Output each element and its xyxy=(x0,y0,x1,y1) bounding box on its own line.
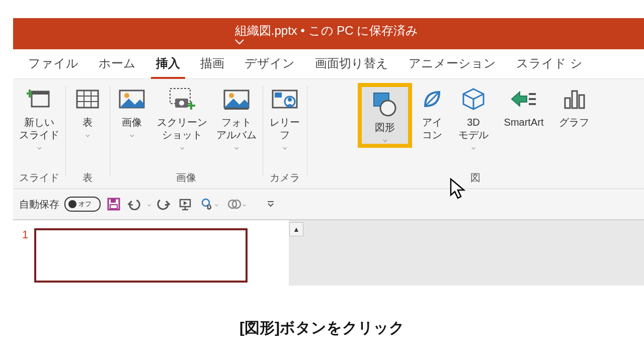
shapes-button[interactable]: 図形 ⌵ xyxy=(362,87,408,144)
customize-qat-button[interactable] xyxy=(263,196,279,212)
tab-insert[interactable]: 挿入 xyxy=(146,49,190,78)
chevron-down-icon: ⌵ xyxy=(180,143,184,150)
icons-button[interactable]: アイ コン xyxy=(413,83,451,141)
chevron-down-icon: ⌵ xyxy=(383,136,387,143)
group-label-tables: 表 xyxy=(83,171,93,186)
smartart-icon xyxy=(510,85,538,113)
chevron-down-icon: ⌵ xyxy=(37,143,41,150)
photo-album-icon xyxy=(222,85,251,113)
redo-button[interactable] xyxy=(156,196,172,212)
autosave-label: 自動保存 xyxy=(19,198,59,211)
new-slide-button[interactable]: 新しい スライド ⌵ xyxy=(16,83,62,150)
highlight-box: 図形 ⌵ xyxy=(358,83,412,148)
tab-file[interactable]: ファイル xyxy=(18,49,89,78)
svg-rect-32 xyxy=(111,199,116,203)
cube-icon xyxy=(459,85,488,113)
svg-rect-20 xyxy=(275,93,282,98)
chevron-down-icon: ⌵ xyxy=(86,131,90,138)
svg-point-17 xyxy=(229,93,234,98)
shapes-icon xyxy=(371,90,399,118)
instruction-caption: [図形]ボタンをクリック xyxy=(0,318,644,338)
chevron-down-icon: ⌵ xyxy=(234,143,238,150)
svg-rect-4 xyxy=(77,90,98,108)
svg-point-13 xyxy=(179,101,184,106)
powerpoint-window: 組織図.pptx • この PC に保存済み ファイル ホーム 挿入 描画 デザ… xyxy=(13,18,644,286)
svg-point-24 xyxy=(380,101,395,116)
svg-rect-28 xyxy=(565,98,570,108)
svg-rect-18 xyxy=(224,108,249,110)
leaf-icon xyxy=(418,85,446,113)
tab-home[interactable]: ホーム xyxy=(89,49,146,78)
chevron-down-icon: ⌵ xyxy=(471,143,475,150)
svg-rect-33 xyxy=(110,205,117,209)
svg-point-22 xyxy=(288,98,292,102)
slide-number: 1 xyxy=(22,228,28,286)
smartart-button[interactable]: SmartArt xyxy=(496,83,552,129)
table-button[interactable]: 表 ⌵ xyxy=(68,83,107,138)
group-label-images: 画像 xyxy=(176,171,196,186)
title-bar: 組織図.pptx • この PC に保存済み xyxy=(13,18,644,49)
svg-point-10 xyxy=(124,93,129,98)
quick-access-toolbar: 自動保存 オフ ⌵ ⌵ ⌵ xyxy=(13,189,644,220)
tab-draw[interactable]: 描画 xyxy=(190,49,234,78)
ribbon: 新しい スライド ⌵ スライド 表 ⌵ 表 xyxy=(13,79,644,189)
svg-rect-29 xyxy=(572,91,577,108)
tab-slideshow[interactable]: スライド シ xyxy=(506,49,593,78)
svg-rect-27 xyxy=(529,103,536,105)
new-slide-icon xyxy=(25,85,53,113)
scroll-up-button[interactable]: ▲ xyxy=(289,222,303,236)
chevron-down-icon[interactable] xyxy=(235,39,422,45)
cameo-button[interactable]: レリー フ ⌵ xyxy=(266,83,304,150)
overlap-button[interactable]: ⌵ xyxy=(225,196,248,212)
tab-transitions[interactable]: 画面切り替え xyxy=(305,49,398,78)
chevron-down-icon: ⌵ xyxy=(130,131,134,138)
pictures-button[interactable]: 画像 ⌵ xyxy=(113,83,151,138)
save-button[interactable] xyxy=(106,196,122,212)
group-label-illustrations: 図 xyxy=(470,171,480,186)
picture-icon xyxy=(118,85,146,113)
ribbon-tabs: ファイル ホーム 挿入 描画 デザイン 画面切り替え アニメーション スライド … xyxy=(13,49,644,79)
photo-album-button[interactable]: フォト アルバム ⌵ xyxy=(213,83,260,150)
slide-thumbnails-pane: 1 xyxy=(13,220,289,286)
table-icon xyxy=(73,85,102,113)
autosave-toggle[interactable]: オフ xyxy=(64,197,101,212)
slideshow-from-start-button[interactable] xyxy=(177,196,193,212)
svg-rect-26 xyxy=(529,98,536,100)
screenshot-button[interactable]: スクリーン ショット ⌵ xyxy=(154,83,210,150)
group-tables: 表 ⌵ 表 xyxy=(65,83,110,189)
tab-design[interactable]: デザイン xyxy=(234,49,305,78)
group-images: 画像 ⌵ スクリーン ショット ⌵ フォト アルバム ⌵ xyxy=(110,83,263,189)
group-slides: 新しい スライド ⌵ スライド xyxy=(13,83,65,189)
chevron-down-icon: ⌵ xyxy=(283,143,287,150)
svg-rect-25 xyxy=(529,93,536,95)
slide-thumbnail-1[interactable] xyxy=(34,228,248,283)
svg-rect-3 xyxy=(32,92,49,95)
cameo-icon xyxy=(271,85,299,113)
group-label-slides: スライド xyxy=(19,171,59,186)
chart-button[interactable]: グラフ xyxy=(555,83,593,129)
touch-mode-button[interactable]: ⌵ xyxy=(198,196,220,212)
group-camera: レリー フ ⌵ カメラ xyxy=(263,83,307,189)
filename: 組織図.pptx xyxy=(235,24,297,37)
toggle-knob xyxy=(68,200,76,208)
save-status: この PC に保存済み xyxy=(308,24,419,37)
undo-button[interactable]: ⌵ xyxy=(127,196,151,212)
workspace: 1 ▲ xyxy=(13,220,644,286)
group-illustrations: 図形 ⌵ アイ コン 3D モデル ⌵ xyxy=(307,83,644,189)
window-title: 組織図.pptx • この PC に保存済み xyxy=(235,23,422,45)
3d-models-button[interactable]: 3D モデル ⌵ xyxy=(454,83,493,150)
svg-rect-30 xyxy=(579,95,584,108)
screenshot-icon xyxy=(168,85,196,113)
chart-icon xyxy=(560,85,588,113)
tab-animations[interactable]: アニメーション xyxy=(398,49,506,78)
group-label-camera: カメラ xyxy=(270,171,300,186)
